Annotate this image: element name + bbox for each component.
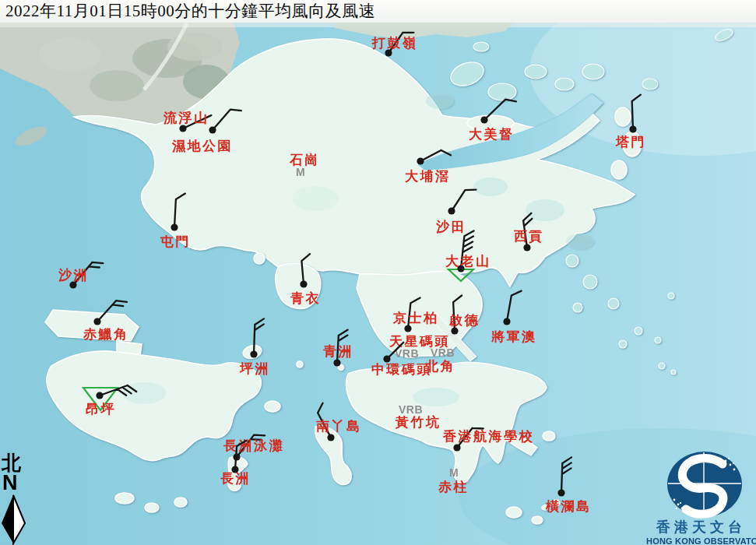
station-label: 黃竹坑: [395, 414, 441, 430]
station-label: 長洲: [220, 470, 251, 486]
missing-data-tag: M: [296, 166, 305, 178]
station-dot: [250, 350, 257, 357]
station-dot: [503, 318, 510, 325]
station-dot: [333, 359, 340, 366]
compass-north-en-label: N: [2, 473, 33, 492]
station-dot: [300, 280, 307, 287]
hko-logo-icon: [667, 452, 742, 517]
station-label: 中環碼頭: [371, 361, 432, 377]
wind-map-screenshot: 打鼓嶺流浮山濕地公園石崗M大埔滘大美督塔門沙田西貢大老山屯門沙洲青衣赤鱲角京士柏…: [0, 0, 756, 545]
station-label: 南丫島: [316, 418, 362, 434]
station-dot: [93, 318, 100, 325]
station-dot: [179, 125, 186, 132]
station-dot: [523, 244, 530, 251]
variable-wind-tag: VRB: [399, 403, 423, 416]
station-label: 大老山: [445, 253, 491, 269]
station-label: 石崗: [289, 152, 320, 167]
station-dot: [96, 392, 103, 399]
station-label: 長洲泳灘: [223, 438, 284, 453]
station-dot: [453, 444, 460, 451]
station-label: 將軍澳: [491, 329, 537, 344]
station-dot: [404, 325, 411, 332]
station-label: 沙田: [435, 219, 466, 234]
station-label: 打鼓嶺: [371, 35, 418, 51]
station-dot: [629, 125, 636, 132]
station-label: 赤鱲角: [83, 326, 129, 342]
station-label: 坪洲: [239, 360, 270, 376]
station-dot: [557, 489, 564, 496]
station-dot: [327, 434, 334, 441]
station-label: 屯門: [160, 234, 191, 249]
station-label: 青衣: [290, 290, 321, 306]
station-dot: [480, 116, 487, 123]
compass: 北 N: [2, 453, 33, 492]
station-label: 大埔滘: [405, 168, 451, 184]
station-label: 塔門: [615, 134, 646, 149]
hko-name-chinese: 香港天文台: [646, 518, 756, 536]
variable-wind-tag: VRB: [395, 347, 419, 360]
hko-name-english: HONG KONG OBSERVATORY: [646, 536, 756, 545]
station-dot: [448, 207, 455, 214]
station-label: 青洲: [323, 343, 353, 359]
map-title: 2022年11月01日15時00分的十分鐘平均風向及風速: [0, 0, 756, 23]
station-label: 西貢: [513, 228, 544, 244]
station-label: 濕地公園: [171, 138, 233, 153]
station-label: 流浮山: [163, 110, 209, 125]
station-label: 橫瀾島: [545, 498, 592, 514]
hong-kong-map: 打鼓嶺流浮山濕地公園石崗M大埔滘大美督塔門沙田西貢大老山屯門沙洲青衣赤鱲角京士柏…: [0, 0, 756, 545]
station-dot: [451, 327, 458, 334]
missing-data-tag: M: [449, 466, 459, 479]
station-label: 啟德: [448, 312, 480, 328]
variable-wind-tag: VRB: [431, 346, 455, 359]
station-label: 沙洲: [58, 267, 89, 283]
station-label: 京士柏: [392, 310, 439, 325]
station-dot: [209, 126, 216, 133]
station-label: 昂坪: [86, 401, 116, 417]
station-dot: [171, 223, 178, 230]
station-label: 大美督: [469, 126, 515, 142]
station-dot: [417, 157, 424, 164]
station-label: 赤柱: [438, 479, 469, 494]
station-label: 香港航海學校: [442, 428, 534, 444]
hko-logo-text: 香港天文台 HONG KONG OBSERVATORY: [646, 516, 756, 545]
